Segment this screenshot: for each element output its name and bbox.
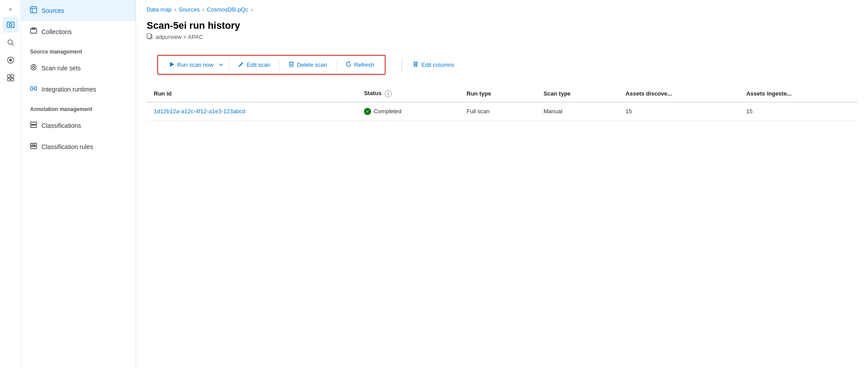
toolbar: Run scan now Edit scan	[157, 55, 386, 75]
source-management-header: Source management	[21, 42, 136, 58]
page-subtitle: adpurview > APAC	[147, 33, 857, 41]
table-container: Run id Status i Run type Scan type Asset…	[136, 85, 868, 121]
edit-columns-icon	[413, 61, 419, 69]
map-nav-icon[interactable]	[3, 17, 19, 33]
edit-columns-button[interactable]: Edit columns	[407, 58, 459, 71]
svg-rect-7	[11, 75, 14, 77]
sidebar-collections-label: Collections	[42, 28, 72, 35]
refresh-icon	[345, 61, 352, 69]
svg-marker-27	[170, 62, 174, 67]
classifications-icon	[30, 121, 37, 130]
integration-runtimes-label: Integration runtimes	[42, 86, 96, 93]
run-type-value: Full scan	[466, 108, 489, 115]
expand-collapse-icon[interactable]: »	[9, 4, 12, 15]
cell-status: ✓ Completed	[357, 102, 459, 121]
delete-scan-label: Delete scan	[297, 61, 327, 68]
run-id-link[interactable]: 1d12b12a-a12c-4f12-a1e3-123abcd	[154, 108, 245, 115]
edit-scan-button[interactable]: Edit scan	[233, 59, 275, 71]
integration-runtimes-icon	[30, 85, 37, 94]
edit-columns-label: Edit columns	[421, 61, 454, 68]
management-nav-icon[interactable]	[3, 70, 19, 86]
breadcrumb: Data map › Sources › CosmosDB-pQc ›	[136, 0, 868, 13]
sidebar: Sources Collections Source management Sc…	[21, 0, 136, 368]
run-scan-dropdown-button[interactable]	[219, 60, 225, 70]
table-header-row: Run id Status i Run type Scan type Asset…	[147, 85, 857, 102]
scan-rule-sets-icon	[30, 64, 37, 73]
svg-point-15	[31, 65, 36, 70]
run-scan-play-icon	[169, 61, 174, 69]
delete-scan-button[interactable]: Delete scan	[283, 58, 333, 71]
sidebar-item-collections[interactable]: Collections	[21, 21, 136, 42]
svg-rect-20	[30, 122, 37, 124]
svg-point-1	[9, 23, 12, 26]
assets-discovered-value: 15	[625, 108, 632, 115]
svg-rect-26	[147, 34, 151, 38]
page-subtitle-text: adpurview > APAC	[155, 34, 203, 40]
edit-scan-icon	[238, 61, 244, 69]
svg-rect-6	[8, 75, 10, 77]
main-content: Data map › Sources › CosmosDB-pQc › Scan…	[136, 0, 868, 368]
assets-ingested-value: 15	[746, 108, 752, 115]
svg-rect-9	[11, 78, 14, 81]
run-scan-now-button[interactable]: Run scan now	[163, 59, 219, 71]
annotation-management-header: Annotation management	[21, 100, 136, 115]
svg-rect-18	[34, 87, 37, 90]
breadcrumb-sep-2: ›	[202, 7, 204, 13]
subtitle-copy-icon	[147, 33, 153, 41]
svg-rect-17	[30, 87, 33, 90]
col-header-assets-discovered: Assets discove...	[618, 85, 739, 102]
page-title: Scan-5ei run history	[147, 20, 857, 31]
cell-scan-type: Manual	[536, 102, 618, 121]
cell-run-type: Full scan	[459, 102, 536, 121]
sources-icon	[30, 6, 37, 15]
delete-scan-icon	[288, 61, 294, 69]
classification-rules-label: Classification rules	[42, 143, 93, 150]
insights-nav-icon[interactable]	[3, 52, 19, 68]
refresh-label: Refresh	[354, 61, 375, 68]
sidebar-item-sources[interactable]: Sources	[21, 0, 136, 21]
status-completed-icon: ✓	[364, 108, 371, 115]
breadcrumb-sources[interactable]: Sources	[178, 6, 200, 13]
cell-run-id: 1d12b12a-a12c-4f12-a1e3-123abcd	[147, 102, 357, 121]
table-row: 1d12b12a-a12c-4f12-a1e3-123abcd ✓ Comple…	[147, 102, 857, 121]
breadcrumb-data-map[interactable]: Data map	[147, 6, 171, 13]
col-header-assets-ingested: Assets ingeste...	[739, 85, 857, 102]
status-completed: ✓ Completed	[364, 108, 452, 115]
sidebar-sources-label: Sources	[42, 7, 64, 14]
toolbar-outer-separator	[402, 59, 402, 71]
svg-line-3	[12, 44, 14, 46]
sidebar-item-scan-rule-sets[interactable]: Scan rule sets	[21, 58, 136, 79]
sidebar-item-integration-runtimes[interactable]: Integration runtimes	[21, 79, 136, 100]
classifications-label: Classifications	[42, 122, 81, 129]
col-header-run-id: Run id	[147, 85, 357, 102]
cell-assets-discovered: 15	[618, 102, 739, 121]
svg-rect-0	[7, 22, 14, 27]
search-nav-icon[interactable]	[3, 34, 19, 50]
col-header-scan-type: Scan type	[536, 85, 618, 102]
run-scan-now-label: Run scan now	[177, 61, 213, 68]
status-label: Completed	[374, 108, 402, 115]
svg-point-2	[8, 40, 12, 44]
toolbar-divider-2	[279, 60, 280, 70]
icon-rail: »	[0, 0, 21, 368]
scan-type-value: Manual	[543, 108, 562, 115]
svg-point-16	[33, 66, 35, 69]
status-info-icon[interactable]: i	[385, 90, 392, 97]
svg-rect-8	[8, 78, 10, 81]
collections-icon	[30, 27, 37, 36]
breadcrumb-cosmos-db[interactable]: CosmosDB-pQc	[207, 6, 248, 13]
scan-rule-sets-label: Scan rule sets	[42, 65, 81, 72]
toolbar-outer: Run scan now Edit scan	[147, 50, 857, 80]
breadcrumb-sep-3: ›	[251, 7, 253, 13]
sidebar-item-classification-rules[interactable]: Classification rules	[21, 136, 136, 157]
sidebar-item-classifications[interactable]: Classifications	[21, 115, 136, 136]
svg-rect-23	[30, 146, 37, 149]
refresh-button[interactable]: Refresh	[340, 58, 380, 71]
svg-point-5	[9, 59, 12, 61]
col-header-run-type: Run type	[459, 85, 536, 102]
svg-rect-10	[30, 7, 37, 13]
cell-assets-ingested: 15	[739, 102, 857, 121]
toolbar-divider-1	[229, 60, 229, 70]
edit-scan-label: Edit scan	[246, 61, 270, 68]
svg-rect-21	[30, 125, 37, 127]
